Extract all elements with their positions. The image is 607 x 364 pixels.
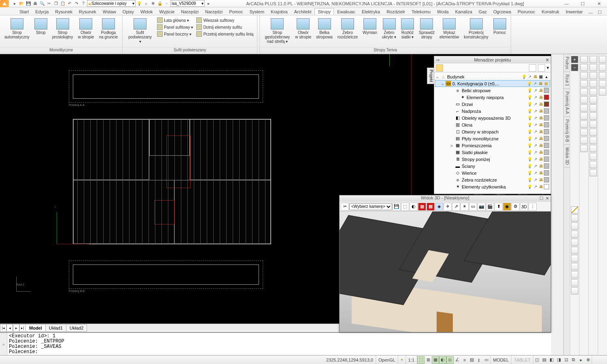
color-swatch[interactable] <box>544 95 549 100</box>
view-tab-podrys[interactable]: Podrys <box>564 54 570 72</box>
bulb-icon[interactable]: 💡 <box>527 108 532 114</box>
sheet-tab-układ1[interactable]: Układ1 <box>45 324 66 332</box>
print-icon[interactable]: 🖶 <box>538 115 543 121</box>
zoom-extents-icon[interactable] <box>580 56 588 63</box>
print-icon[interactable]: 🖶 <box>538 136 543 141</box>
pm-filter-icon[interactable] <box>538 64 545 72</box>
app-logo-icon[interactable] <box>0 0 9 7</box>
pan-icon[interactable] <box>580 96 588 104</box>
view-cfg-icon[interactable] <box>580 145 588 152</box>
v3d-persp-icon[interactable]: ◈ <box>435 203 443 211</box>
tree-item-obiekty-wyposa-enia-3d[interactable]: ◧Obiekty wyposażenia 3D💡↗🖶 <box>435 114 550 121</box>
tree-item-wie-ce[interactable]: ◇Wieńce💡↗🖶 <box>435 169 550 176</box>
mod-array-icon[interactable] <box>590 88 597 95</box>
tree-item-nadpro-a[interactable]: ⌐Nadproża💡↗🖶 <box>435 108 550 114</box>
tree-item-budynek[interactable]: ⌄⌂Budynek💡↗🖶▦▴ <box>435 73 550 80</box>
arrow-icon[interactable]: ↗ <box>533 184 538 189</box>
bulb-icon[interactable]: 💡 <box>526 81 532 86</box>
view-top-icon[interactable] <box>580 129 588 136</box>
lweight-icon[interactable] <box>599 88 606 95</box>
zoom-in-icon[interactable] <box>580 72 588 79</box>
tree-item--ebra-rozdzielcze[interactable]: ≡Żebra rozdzielcze💡↗🖶 <box>435 176 550 183</box>
ribbon--ebro-rozdzielcze[interactable]: Żebrorozdzielcze <box>335 17 360 40</box>
pm-side-tab[interactable]: Projekt <box>427 68 434 84</box>
qat-undo-icon[interactable]: ↶ <box>66 0 73 7</box>
qat-redo-icon[interactable]: ↷ <box>73 0 80 7</box>
status-x6-icon[interactable]: ⧉ <box>570 356 577 364</box>
color-icon[interactable] <box>599 72 606 79</box>
redraw-icon[interactable] <box>580 121 588 128</box>
zoom-out-icon[interactable] <box>580 80 588 87</box>
snap-lwt-icon[interactable]: ≡ <box>461 356 468 364</box>
tree-item-pomieszczenia[interactable]: >▦Pomieszczenia💡↗🖶 <box>435 142 550 149</box>
mod-explode-icon[interactable] <box>590 169 597 176</box>
v3d-opt-icon[interactable]: ⚙ <box>511 203 520 211</box>
v3d-mat-icon[interactable]: ◉ <box>503 203 511 211</box>
mod-extend-icon[interactable] <box>590 137 597 144</box>
v3d-clip-icon[interactable]: ▭ <box>469 203 477 211</box>
close-button[interactable]: ✕ <box>591 0 607 7</box>
print-icon[interactable]: 🖶 <box>538 81 543 86</box>
color-swatch-icon[interactable]: ▫ <box>163 0 170 7</box>
tree-item-otwory-w-stropach[interactable]: ◻Otwory w stropach💡↗🖶 <box>435 128 550 135</box>
ribbon-belka-stropowa[interactable]: Belkastropowa <box>314 17 335 40</box>
print-icon[interactable]: 🖶 <box>538 143 543 148</box>
v3d-btn-1[interactable]: ✂ <box>341 203 349 211</box>
v3d-walk-icon[interactable]: ⇗ <box>452 203 460 211</box>
print-icon[interactable]: 🖶 <box>538 129 543 134</box>
mod-copy-icon[interactable] <box>590 64 597 71</box>
sheet-nav-last[interactable]: ▸| <box>19 324 26 332</box>
ribbon-tab-start[interactable]: Start <box>16 8 32 15</box>
arrow-icon[interactable]: ↗ <box>532 81 537 86</box>
ribbon-strop[interactable]: Strop <box>32 17 49 36</box>
ribbon-tab-rysunek[interactable]: Rysunek <box>76 8 100 15</box>
ribbon-roz-siatki-[interactable]: Rozłóżsiatki ▾ <box>399 17 416 40</box>
mdi-min-button[interactable]: — <box>586 10 595 15</box>
print-icon[interactable]: 🖶 <box>538 95 543 100</box>
v3d-3d-icon[interactable]: 3D <box>520 203 528 211</box>
tool-rect-icon[interactable] <box>571 222 578 230</box>
tree-item-elementy-niepopra[interactable]: ✦Elementy niepopra💡↗🖶 <box>435 94 550 101</box>
v3d-shade-icon[interactable]: ◐ <box>410 203 418 211</box>
ribbon-panel-boczny-[interactable]: Panel boczny ▾ <box>156 31 194 37</box>
view-tab-przekr-j-b-b[interactable]: Przekrój B-B <box>564 117 570 145</box>
ribbon--ata-g-wna-[interactable]: Łata główna ▾ <box>156 17 194 23</box>
snap-dim-icon[interactable]: ⫿ <box>475 356 483 364</box>
mod-stretch-icon[interactable] <box>590 121 597 128</box>
ribbon-pomoc[interactable]: Pomoc <box>491 17 508 36</box>
mdi-max-button[interactable]: ☐ <box>595 10 604 15</box>
bulb-icon[interactable]: 💡 <box>527 157 532 162</box>
bulb-icon[interactable]: 💡 <box>527 95 532 100</box>
color-swatch[interactable] <box>544 177 549 182</box>
color-swatch[interactable] <box>544 122 549 127</box>
status-x2-icon[interactable]: ▤ <box>541 356 548 364</box>
snap-track-icon[interactable]: ∠ <box>454 356 461 364</box>
ribbon-tab-architekt[interactable]: Architekt <box>291 8 315 15</box>
tool-block-icon[interactable] <box>571 287 578 294</box>
arrow-icon[interactable]: ↗ <box>533 129 538 134</box>
pm-dropdown-icon[interactable]: ▾ <box>547 65 549 70</box>
color-swatch[interactable] <box>544 150 549 155</box>
tree-item-okna[interactable]: ▥Okna💡↗🖶 <box>435 121 550 128</box>
v3d-tex-icon[interactable]: ▦ <box>418 203 426 211</box>
v3d-close-icon[interactable]: ✕ <box>545 196 549 201</box>
status-scale[interactable]: 1:1 <box>406 356 417 364</box>
v3d-plane-icon[interactable]: ✈ <box>444 203 452 211</box>
mod-break-icon[interactable] <box>590 145 597 152</box>
print-icon[interactable]: 🖶 <box>538 184 543 189</box>
snap-endpoint-icon[interactable]: ⬚ <box>417 356 424 364</box>
color-swatch[interactable] <box>544 157 549 162</box>
arrow-icon[interactable]: ↗ <box>533 88 538 93</box>
zoom-window-icon[interactable] <box>580 64 588 71</box>
qat-open-icon[interactable]: 📂 <box>18 0 25 7</box>
sheet-nav-prev[interactable]: ◂ <box>6 324 13 332</box>
bulb-icon[interactable]: 💡 <box>527 177 532 182</box>
ribbon-otw-r-w-stropie[interactable]: Otwórw stropie <box>76 17 96 40</box>
snap-ortho-icon[interactable]: ⊞ <box>424 356 432 364</box>
mod-erase-icon[interactable] <box>590 56 597 63</box>
bulb-icon[interactable]: 💡 <box>527 129 532 134</box>
bulb-icon[interactable]: 💡 <box>527 102 532 107</box>
layer-mgr-icon[interactable] <box>599 64 606 71</box>
print-icon[interactable]: 🖶 <box>538 102 543 107</box>
ribbon-przetnij-elementy-sufitu-lini-[interactable]: Przetnij elementy sufitu linią <box>195 31 255 37</box>
